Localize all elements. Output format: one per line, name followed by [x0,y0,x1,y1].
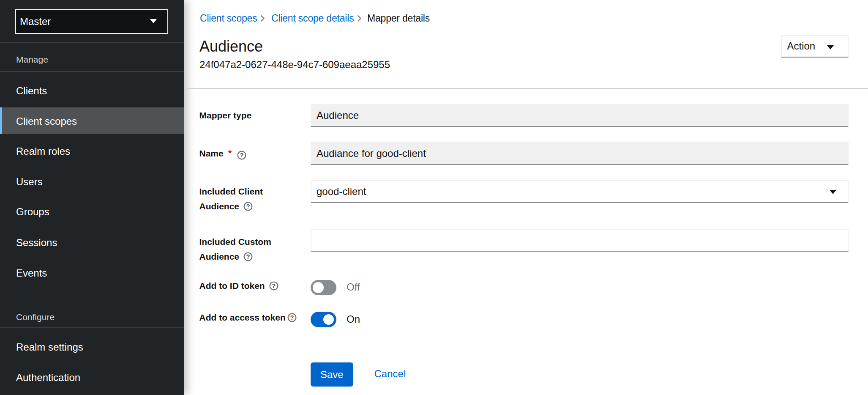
svg-text:?: ? [290,314,294,321]
svg-text:?: ? [240,152,243,159]
svg-text:?: ? [246,203,250,210]
svg-text:?: ? [272,283,276,289]
svg-text:?: ? [246,253,250,260]
